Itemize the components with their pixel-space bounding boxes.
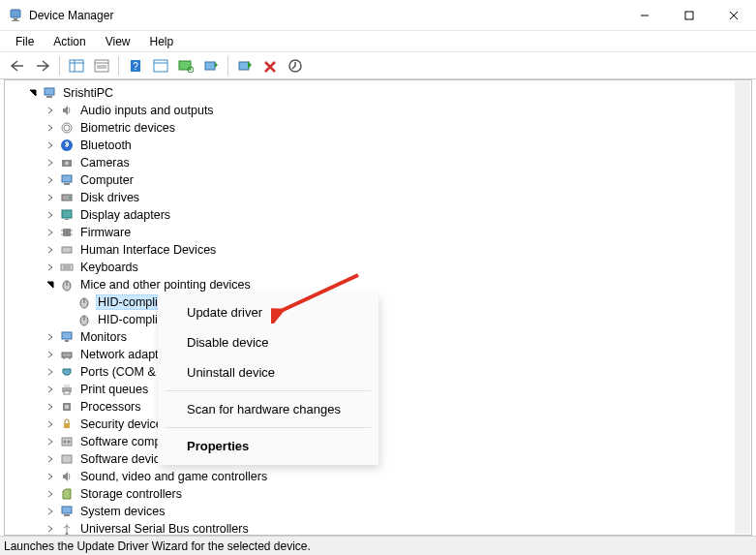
category-usb[interactable]: Universal Serial Bus controllers (9, 520, 751, 536)
category-sw-components[interactable]: Software components (9, 433, 751, 450)
sound-icon (59, 469, 75, 484)
cm-scan-hardware[interactable]: Scan for hardware changes (158, 394, 378, 424)
cm-properties[interactable]: Properties (158, 431, 378, 461)
vertical-scrollbar[interactable] (735, 81, 750, 534)
system-icon (59, 504, 75, 519)
cm-uninstall-device[interactable]: Uninstall device (158, 357, 378, 387)
svg-point-64 (68, 441, 71, 444)
expander-icon[interactable] (44, 348, 57, 361)
svg-rect-51 (62, 332, 72, 339)
svg-rect-4 (685, 12, 693, 19)
uninstall-device-button[interactable] (258, 54, 282, 77)
svg-point-29 (65, 162, 69, 166)
back-button[interactable] (6, 54, 29, 77)
keyboard-icon (59, 260, 75, 275)
expander-icon[interactable] (44, 173, 57, 187)
expander-icon[interactable] (44, 435, 57, 448)
properties-button[interactable] (90, 54, 113, 77)
chip-icon (59, 225, 75, 240)
minimize-button[interactable] (622, 0, 667, 31)
expander-icon[interactable] (44, 104, 57, 117)
category-keyboards[interactable]: Keyboards (9, 259, 751, 276)
menu-view[interactable]: View (96, 33, 140, 50)
legacy-hardware-button[interactable] (284, 54, 307, 77)
svg-rect-61 (64, 423, 70, 428)
expander-icon[interactable] (44, 156, 57, 170)
category-sound[interactable]: Sound, video and game controllers (9, 468, 751, 485)
expander-icon[interactable] (44, 191, 57, 204)
menu-help[interactable]: Help (140, 33, 184, 50)
svg-rect-66 (62, 507, 72, 513)
category-mice[interactable]: Mice and other pointing devices (9, 276, 751, 293)
device-hid-mouse-1[interactable]: HID-complian (9, 293, 751, 311)
help-button[interactable]: ? (124, 54, 147, 77)
expander-icon[interactable] (44, 417, 57, 431)
svg-rect-36 (63, 229, 71, 236)
toolbar-separator (59, 56, 60, 76)
expander-icon[interactable] (44, 452, 57, 466)
show-hide-tree-button[interactable] (65, 54, 88, 77)
camera-icon (59, 155, 75, 170)
svg-point-33 (69, 197, 71, 199)
expander-icon[interactable] (44, 330, 57, 344)
expander-icon[interactable] (44, 261, 57, 274)
device-hid-mouse-2[interactable]: HID-complian (9, 311, 751, 328)
expander-icon[interactable] (44, 365, 57, 379)
expander-icon[interactable] (44, 470, 57, 483)
expander-icon[interactable] (44, 139, 57, 152)
disable-device-button[interactable] (233, 54, 257, 77)
category-network[interactable]: Network adapters (9, 346, 751, 363)
network-icon (59, 347, 75, 362)
category-computer[interactable]: Computer (9, 171, 751, 189)
svg-rect-58 (64, 391, 70, 394)
category-biometric[interactable]: Biometric devices (9, 119, 751, 137)
expander-icon[interactable] (44, 208, 57, 222)
category-display[interactable]: Display adapters (9, 206, 751, 224)
expander-icon[interactable] (44, 243, 57, 257)
expander-icon[interactable] (44, 522, 57, 536)
expander-icon[interactable] (26, 86, 40, 100)
svg-rect-67 (64, 514, 70, 516)
category-ports[interactable]: Ports (COM & LP (9, 363, 751, 381)
window-title: Device Manager (29, 9, 622, 22)
category-sw-devices[interactable]: Software devices (9, 450, 751, 468)
category-firmware[interactable]: Firmware (9, 224, 751, 241)
category-audio[interactable]: Audio inputs and outputs (9, 102, 751, 119)
category-monitors[interactable]: Monitors (9, 328, 751, 346)
category-cameras[interactable]: Cameras (9, 154, 751, 171)
category-storage[interactable]: Storage controllers (9, 485, 751, 503)
svg-rect-35 (65, 219, 69, 220)
action-icon[interactable] (149, 54, 172, 77)
cpu-icon (59, 399, 75, 415)
mouse-icon (76, 294, 92, 310)
forward-button[interactable] (31, 54, 54, 77)
category-security[interactable]: Security devices (9, 416, 751, 433)
expander-icon[interactable] (44, 121, 57, 135)
svg-rect-31 (64, 183, 70, 185)
expander-icon[interactable] (44, 383, 57, 396)
category-bluetooth[interactable]: Bluetooth (9, 137, 751, 154)
expander-icon[interactable] (44, 400, 57, 414)
pc-icon (59, 172, 75, 188)
category-disks[interactable]: Disk drives (9, 189, 751, 206)
category-print[interactable]: Print queues (9, 381, 751, 398)
close-button[interactable] (711, 0, 756, 31)
update-driver-button[interactable] (199, 54, 223, 77)
category-hid[interactable]: Human Interface Devices (9, 241, 751, 259)
svg-rect-41 (62, 247, 72, 253)
mouse-icon (76, 312, 92, 327)
expander-icon[interactable] (44, 505, 57, 518)
tree-root-node[interactable]: SrishtiPC (9, 84, 751, 102)
category-processors[interactable]: Processors (9, 398, 751, 416)
menu-file[interactable]: File (6, 33, 44, 50)
maximize-button[interactable] (667, 0, 711, 31)
scan-hardware-button[interactable] (174, 54, 197, 77)
expander-icon[interactable] (44, 226, 57, 239)
cm-disable-device[interactable]: Disable device (158, 327, 378, 357)
svg-rect-30 (62, 175, 72, 182)
cm-update-driver[interactable]: Update driver (158, 297, 378, 327)
expander-icon[interactable] (44, 278, 57, 292)
menu-action[interactable]: Action (44, 33, 95, 50)
expander-icon[interactable] (44, 487, 57, 501)
category-system[interactable]: System devices (9, 503, 751, 520)
